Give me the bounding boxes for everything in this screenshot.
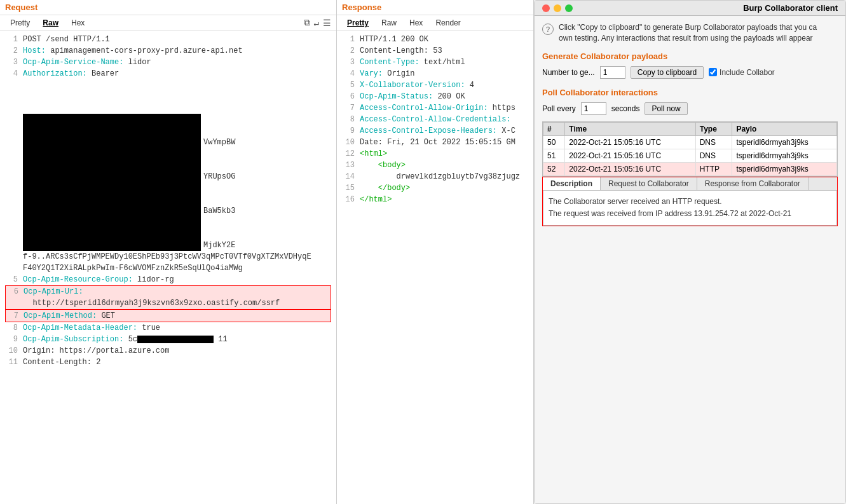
cell-num: 52 <box>543 162 565 175</box>
tab-request-to-collaborator[interactable]: Request to Collaborator <box>601 177 697 190</box>
line-item: 9 Access-Control-Expose-Headers: X-C <box>342 125 528 137</box>
table-row[interactable]: 51 2022-Oct-21 15:05:16 UTC DNS tsperidl… <box>543 149 837 162</box>
number-input[interactable] <box>600 66 625 79</box>
tab-response-from-collaborator[interactable]: Response from Collaborator <box>697 177 808 190</box>
line-item: 10 Origin: https://portal.azure.com <box>5 345 331 357</box>
info-row: ? Click "Copy to clipboard" to generate … <box>542 22 838 44</box>
line-item: 4 Authorization: Bearer <box>5 68 331 79</box>
copy-to-clipboard-button[interactable]: Copy to clipboard <box>631 66 704 79</box>
detail-content: The Collaborator server received an HTTP… <box>543 191 837 226</box>
cell-payload: tsperidl6drmyah3j9ks <box>732 135 837 149</box>
collaborator-panel: Burp Collaborator client ? Click "Copy t… <box>534 0 846 504</box>
request-tab-bar: Pretty Raw Hex ⧉ ↵ ☰ <box>0 15 336 31</box>
wrap-icon[interactable]: ↵ <box>314 18 319 29</box>
cell-type: DNS <box>695 135 732 149</box>
col-num: # <box>543 122 565 135</box>
line-item: 4 Vary: Origin <box>342 68 528 79</box>
line-item: 2 Host: apimanagement-cors-proxy-prd.azu… <box>5 45 331 57</box>
line-item: 8 Ocp-Apim-Metadata-Header: true <box>5 322 331 334</box>
seconds-label: seconds <box>611 104 640 113</box>
description-line-2: The request was received from IP address… <box>549 208 831 220</box>
poll-now-button[interactable]: Poll now <box>645 102 687 115</box>
close-button[interactable] <box>542 4 550 12</box>
line-item: 13 <body> <box>342 160 528 171</box>
description-line-1: The Collaborator server received an HTTP… <box>549 196 831 208</box>
generate-section-title: Generate Collaborator payloads <box>542 51 838 61</box>
request-header: Request <box>0 0 336 15</box>
line-item: 1 HTTP/1.1 200 OK <box>342 34 528 45</box>
cell-time: 2022-Oct-21 15:05:16 UTC <box>565 135 695 149</box>
cell-type: DNS <box>695 149 732 162</box>
line-item: 3 Content-Type: text/html <box>342 57 528 68</box>
response-title: Response <box>342 3 381 12</box>
tab-pretty-response[interactable]: Pretty <box>342 17 374 29</box>
interactions-table: # Time Type Paylo 50 2022-Oct-21 15:05:1… <box>543 122 837 176</box>
col-time: Time <box>565 122 695 135</box>
info-text: Click "Copy to clipboard" to generate Bu… <box>559 22 817 44</box>
line-item: 11 Content-Length: 2 <box>5 357 331 368</box>
line-item: 12 <html> <box>342 148 528 160</box>
table-row[interactable]: 50 2022-Oct-21 15:05:16 UTC DNS tsperidl… <box>543 135 837 149</box>
detail-section: Description Request to Collaborator Resp… <box>542 177 838 226</box>
col-type: Type <box>695 122 732 135</box>
include-checkbox-label: Include Collabor <box>709 68 775 77</box>
line-item: 8 Access-Control-Allow-Credentials: <box>342 114 528 125</box>
line-item: F40Y2Q1T2XiRALpkPwIm-F6cWVOMFznZkR5eSqUl… <box>5 262 331 274</box>
response-tab-bar: Pretty Raw Hex Render <box>337 15 533 31</box>
cell-type: HTTP <box>695 162 732 175</box>
maximize-button[interactable] <box>565 4 573 12</box>
line-item-highlighted: 6 Ocp-Apim-Url: http://tsperidl6drmyah3j… <box>5 285 331 310</box>
request-content: 1 POST /send HTTP/1.1 2 Host: apimanagem… <box>0 31 336 504</box>
tab-hex-response[interactable]: Hex <box>404 17 428 29</box>
line-item: 15 </body> <box>342 182 528 194</box>
poll-row: Poll every seconds Poll now <box>542 102 838 115</box>
cell-num: 50 <box>543 135 565 149</box>
line-item: 7 Access-Control-Allow-Origin: https <box>342 102 528 114</box>
line-item: 10 Date: Fri, 21 Oct 2022 15:05:15 GM <box>342 137 528 148</box>
request-panel: Request Pretty Raw Hex ⧉ ↵ ☰ 1 POST /sen… <box>0 0 337 504</box>
window-controls <box>542 4 573 12</box>
cell-payload: tsperidl6drmyah3j9ks <box>732 162 837 175</box>
response-header: Response <box>337 0 533 15</box>
request-title: Request <box>5 3 38 12</box>
interactions-table-container: # Time Type Paylo 50 2022-Oct-21 15:05:1… <box>542 121 838 177</box>
copy-icon[interactable]: ⧉ <box>304 18 310 29</box>
response-panel: Response Pretty Raw Hex Render 1 HTTP/1.… <box>337 0 534 504</box>
menu-icon[interactable]: ☰ <box>323 18 331 29</box>
include-label-text: Include Collabor <box>720 68 775 77</box>
collaborator-body: ? Click "Copy to clipboard" to generate … <box>535 16 845 503</box>
line-item: 5 X-Collaborator-Version: 4 <box>342 79 528 91</box>
table-row-selected[interactable]: 52 2022-Oct-21 15:05:16 UTC HTTP tsperid… <box>543 162 837 175</box>
include-checkbox[interactable] <box>709 68 717 76</box>
line-item: 6 Ocp-Apim-Status: 200 OK <box>342 91 528 102</box>
cell-time: 2022-Oct-21 15:05:16 UTC <box>565 149 695 162</box>
tab-render-response[interactable]: Render <box>430 17 465 29</box>
line-item: 14 drwevlkd1zgbluytb7vg38zjugz <box>342 171 528 182</box>
line-item: 5 Ocp-Apim-Resource-Group: lidor-rg <box>5 274 331 285</box>
line-item-highlighted: 7 Ocp-Apim-Method: GET <box>5 310 331 322</box>
help-icon: ? <box>542 24 554 35</box>
line-item: VwYmpBW YRUpsOG BaW5kb3 MjdkY2E jY2MzYy … <box>5 79 331 251</box>
number-label: Number to ge... <box>542 68 595 77</box>
generate-row: Number to ge... Copy to clipboard Includ… <box>542 66 838 79</box>
minimize-button[interactable] <box>554 4 561 12</box>
line-item: 9 Ocp-Apim-Subscription: 5c 11 <box>5 334 331 345</box>
tab-hex-request[interactable]: Hex <box>66 17 90 29</box>
window-title: Burp Collaborator client <box>743 3 838 13</box>
col-payload: Paylo <box>732 122 837 135</box>
poll-interval-input[interactable] <box>581 102 606 115</box>
cell-time: 2022-Oct-21 15:05:16 UTC <box>565 162 695 175</box>
cell-num: 51 <box>543 149 565 162</box>
line-item: 16 </html> <box>342 194 528 205</box>
tab-raw-request[interactable]: Raw <box>38 17 64 29</box>
tab-raw-response[interactable]: Raw <box>376 17 402 29</box>
tab-description[interactable]: Description <box>543 177 601 190</box>
response-content: 1 HTTP/1.1 200 OK 2 Content-Length: 53 3… <box>337 31 533 504</box>
cell-payload: tsperidl6drmyah3j9ks <box>732 149 837 162</box>
poll-label: Poll every <box>542 104 576 113</box>
poll-section-title: Poll Collaborator interactions <box>542 88 838 97</box>
collaborator-titlebar: Burp Collaborator client <box>535 1 845 16</box>
tab-pretty-request[interactable]: Pretty <box>5 17 35 29</box>
line-item: f-9..ARCs3sCfPjWMPEWDy10EShPEb93j3PtcWV3… <box>5 251 331 262</box>
line-item: 1 POST /send HTTP/1.1 <box>5 34 331 45</box>
